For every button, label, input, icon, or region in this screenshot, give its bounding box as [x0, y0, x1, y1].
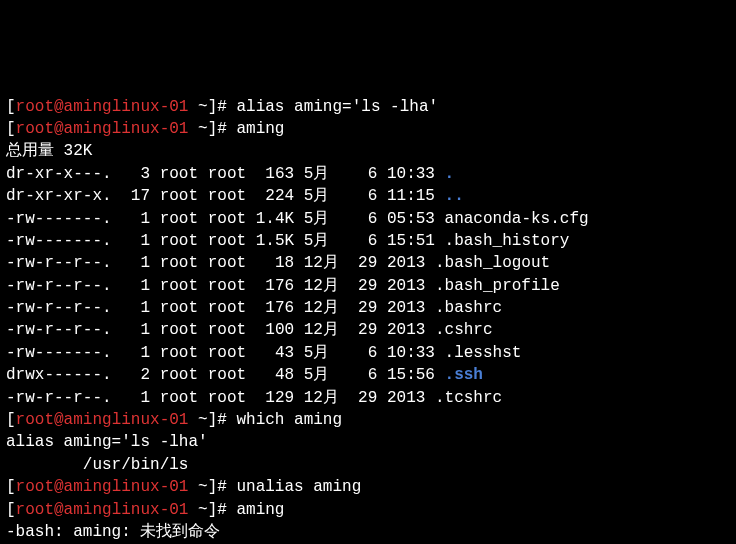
- file-name: anaconda-ks.cfg: [445, 210, 589, 228]
- file-name: ..: [445, 187, 464, 205]
- links: 3: [121, 165, 150, 183]
- ls-row: dr-xr-xr-x. 17 root root 224 5月 6 11:15 …: [6, 185, 730, 207]
- size: 100: [256, 321, 294, 339]
- links: 1: [121, 277, 150, 295]
- prompt-bracket: ]#: [208, 501, 237, 519]
- month: 12月: [304, 254, 339, 272]
- which-output: alias aming='ls -lha': [6, 431, 730, 453]
- group: root: [208, 321, 246, 339]
- prompt-user: root@aminglinux-01: [16, 98, 189, 116]
- prompt-path: ~: [188, 120, 207, 138]
- time: 10:33: [387, 344, 435, 362]
- links: 1: [121, 321, 150, 339]
- prompt-bracket: [: [6, 98, 16, 116]
- time: 15:56: [387, 366, 435, 384]
- perms: dr-xr-xr-x.: [6, 187, 112, 205]
- command-text: unalias aming: [236, 478, 361, 496]
- prompt-bracket: [: [6, 501, 16, 519]
- owner: root: [160, 366, 198, 384]
- owner: root: [160, 232, 198, 250]
- day: 6: [339, 187, 377, 205]
- owner: root: [160, 254, 198, 272]
- group: root: [208, 299, 246, 317]
- month: 5月: [304, 210, 330, 228]
- file-name: .cshrc: [435, 321, 493, 339]
- prompt-user: root@aminglinux-01: [16, 501, 189, 519]
- command-text: aming: [236, 501, 284, 519]
- perms: -rw-r--r--.: [6, 389, 112, 407]
- links: 1: [121, 389, 150, 407]
- file-name: .tcshrc: [435, 389, 502, 407]
- ls-row: -rw-r--r--. 1 root root 129 12月 29 2013 …: [6, 387, 730, 409]
- file-name: .bashrc: [435, 299, 502, 317]
- month: 5月: [304, 366, 330, 384]
- command-line: [root@aminglinux-01 ~]# aming: [6, 499, 730, 521]
- size: 176: [256, 299, 294, 317]
- prompt-bracket: ]#: [208, 411, 237, 429]
- month: 5月: [304, 187, 330, 205]
- day: 6: [339, 232, 377, 250]
- command-text: alias aming='ls -lha': [236, 98, 438, 116]
- prompt-user: root@aminglinux-01: [16, 120, 189, 138]
- links: 1: [121, 210, 150, 228]
- prompt-bracket: [: [6, 478, 16, 496]
- file-name: .bash_history: [445, 232, 570, 250]
- size: 43: [256, 344, 294, 362]
- ls-row: -rw-------. 1 root root 43 5月 6 10:33 .l…: [6, 342, 730, 364]
- ls-row: dr-xr-x---. 3 root root 163 5月 6 10:33 .: [6, 163, 730, 185]
- perms: dr-xr-x---.: [6, 165, 112, 183]
- links: 17: [121, 187, 150, 205]
- time: 15:51: [387, 232, 435, 250]
- total-line: 总用量 32K: [6, 140, 730, 162]
- time: 10:33: [387, 165, 435, 183]
- prompt-user: root@aminglinux-01: [16, 411, 189, 429]
- links: 1: [121, 299, 150, 317]
- size: 176: [256, 277, 294, 295]
- time: 2013: [387, 321, 425, 339]
- size: 18: [256, 254, 294, 272]
- perms: -rw-r--r--.: [6, 321, 112, 339]
- month: 5月: [304, 165, 330, 183]
- group: root: [208, 389, 246, 407]
- prompt-user: root@aminglinux-01: [16, 478, 189, 496]
- command-line: [root@aminglinux-01 ~]# aming: [6, 118, 730, 140]
- links: 1: [121, 344, 150, 362]
- command-text: aming: [236, 120, 284, 138]
- file-name: .ssh: [445, 366, 483, 384]
- prompt-bracket: [: [6, 120, 16, 138]
- links: 1: [121, 254, 150, 272]
- owner: root: [160, 165, 198, 183]
- size: 224: [256, 187, 294, 205]
- day: 29: [349, 299, 378, 317]
- command-text: which aming: [236, 411, 342, 429]
- ls-row: -rw-r--r--. 1 root root 176 12月 29 2013 …: [6, 275, 730, 297]
- prompt-bracket: ]#: [208, 120, 237, 138]
- perms: -rw-r--r--.: [6, 277, 112, 295]
- file-name: .bash_profile: [435, 277, 560, 295]
- file-name: .lesshst: [445, 344, 522, 362]
- owner: root: [160, 321, 198, 339]
- perms: drwx------.: [6, 366, 112, 384]
- month: 12月: [304, 321, 339, 339]
- size: 129: [256, 389, 294, 407]
- terminal[interactable]: [root@aminglinux-01 ~]# alias aming='ls …: [6, 96, 730, 544]
- month: 12月: [304, 299, 339, 317]
- time: 2013: [387, 389, 425, 407]
- time: 11:15: [387, 187, 435, 205]
- day: 29: [349, 321, 378, 339]
- day: 29: [349, 254, 378, 272]
- owner: root: [160, 210, 198, 228]
- perms: -rw-r--r--.: [6, 254, 112, 272]
- command-line: [root@aminglinux-01 ~]# unalias aming: [6, 476, 730, 498]
- command-line: [root@aminglinux-01 ~]# which aming: [6, 409, 730, 431]
- file-name: .bash_logout: [435, 254, 550, 272]
- day: 6: [339, 344, 377, 362]
- perms: -rw-r--r--.: [6, 299, 112, 317]
- perms: -rw-------.: [6, 344, 112, 362]
- group: root: [208, 187, 246, 205]
- size: 48: [256, 366, 294, 384]
- size: 163: [256, 165, 294, 183]
- group: root: [208, 165, 246, 183]
- owner: root: [160, 389, 198, 407]
- perms: -rw-------.: [6, 232, 112, 250]
